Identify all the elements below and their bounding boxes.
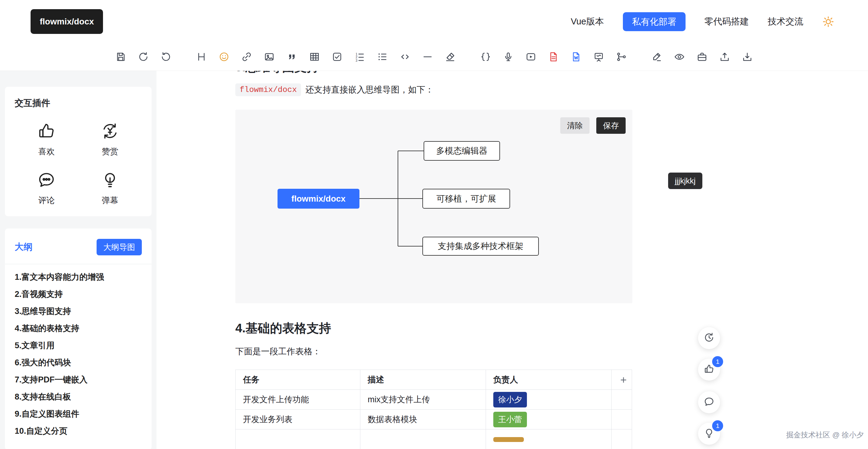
editor-content: 3.思维导图支持 flowmix/docx 还支持直接嵌入思维导图，如下： 清除… (156, 71, 868, 449)
plugin-comment[interactable]: 评论 (15, 170, 78, 206)
cell-owner-3[interactable] (486, 429, 612, 449)
owner-badge: 徐小夕 (493, 392, 527, 408)
plus-icon (619, 375, 628, 385)
save-icon[interactable] (115, 51, 127, 63)
mindmap-child-node-3[interactable]: 支持集成多种技术框架 (423, 237, 539, 256)
col-header-owner[interactable]: 负责人 (486, 370, 612, 390)
plugin-comment-label: 评论 (38, 195, 55, 206)
mindmap-child-node-2[interactable]: 可移植，可扩展 (423, 189, 510, 209)
signature-icon[interactable] (651, 51, 663, 63)
image-icon[interactable] (263, 51, 275, 63)
import-icon[interactable] (718, 51, 731, 63)
history-icon (704, 332, 715, 344)
plugin-reward-label: 赞赏 (102, 146, 118, 157)
nav-vue-version[interactable]: Vue版本 (570, 15, 604, 28)
outline-item-7[interactable]: 7.支持PDF一键嵌入 (15, 371, 142, 388)
idea-count-badge: 1 (712, 420, 723, 431)
word-icon[interactable] (570, 51, 582, 63)
mindmap-child-node-1[interactable]: 多模态编辑器 (424, 141, 500, 161)
inline-code-icon[interactable] (399, 51, 411, 63)
divider-icon[interactable] (422, 51, 434, 63)
cell-task-2[interactable]: 开发业务列表 (236, 410, 360, 429)
plugins-card: 交互插件 喜欢 赞赏 评论 (5, 87, 152, 216)
pdf-icon[interactable] (548, 51, 560, 63)
cell-desc-2[interactable]: 数据表格模块 (360, 410, 486, 429)
col-header-desc[interactable]: 描述 (360, 370, 486, 390)
outline-divider (5, 264, 152, 264)
outline-item-9[interactable]: 9.自定义图表组件 (15, 405, 142, 422)
mindmap-branch-icon[interactable] (615, 51, 627, 63)
heading-icon[interactable] (195, 51, 208, 63)
table-icon[interactable] (308, 51, 320, 63)
svg-text:3: 3 (356, 59, 358, 62)
voice-icon[interactable] (502, 51, 515, 63)
whiteboard-icon[interactable] (593, 51, 605, 63)
outline-item-4[interactable]: 4.基础的表格支持 (15, 320, 142, 337)
outline-item-6[interactable]: 6.强大的代码块 (15, 354, 142, 371)
private-deploy-button[interactable]: 私有化部署 (623, 12, 685, 31)
video-icon[interactable] (525, 51, 537, 63)
plugin-reward[interactable]: 赞赏 (78, 122, 142, 157)
code-block-icon[interactable] (479, 51, 492, 63)
editor-toolbar: 123 (0, 43, 868, 71)
col-header-task[interactable]: 任务 (236, 370, 360, 390)
cell-desc-1[interactable]: mix支持文件上传 (360, 390, 486, 410)
work-table: 任务 描述 负责人 开发文件上传功能 mix支持文件上传 徐小夕 开发业务列表 … (235, 370, 632, 449)
left-sidebar: 交互插件 喜欢 赞赏 评论 (0, 71, 156, 449)
emoji-icon[interactable] (218, 51, 230, 63)
lightbulb-icon (704, 428, 715, 440)
format-clear-icon[interactable] (444, 51, 456, 63)
cell-task-1[interactable]: 开发文件上传功能 (236, 390, 360, 410)
outline-title: 大纲 (15, 241, 32, 253)
table-row (236, 429, 632, 449)
preview-eye-icon[interactable] (673, 51, 685, 63)
like-icon (704, 363, 715, 376)
outline-item-8[interactable]: 8.支持在线白板 (15, 388, 142, 405)
thumbs-up-icon (37, 122, 56, 142)
like-fab-button[interactable]: 1 (698, 359, 720, 381)
comment-fab-button[interactable] (698, 391, 720, 413)
plugins-card-title: 交互插件 (15, 97, 142, 109)
mindmap-save-button[interactable]: 保存 (596, 117, 626, 134)
redo-icon[interactable] (160, 51, 172, 63)
outline-item-10[interactable]: 10.自定义分页 (15, 422, 142, 440)
nav-community[interactable]: 技术交流 (768, 15, 803, 28)
plugin-like[interactable]: 喜欢 (15, 122, 78, 157)
cell-owner-1[interactable]: 徐小夕 (486, 390, 612, 410)
undo-icon[interactable] (137, 51, 150, 63)
table-header-row: 任务 描述 负责人 (236, 370, 632, 390)
history-fab-button[interactable] (698, 327, 720, 349)
danmaku-icon (100, 170, 120, 191)
cell-task-3[interactable] (236, 429, 360, 449)
app-header: flowmix/docx Vue版本 私有化部署 零代码搭建 技术交流 (0, 0, 868, 43)
plugin-danmaku-label: 弹幕 (102, 195, 118, 206)
plugin-danmaku[interactable]: 弹幕 (78, 170, 142, 206)
link-icon[interactable] (241, 51, 253, 63)
comment-tooltip: jjjkjkkj (668, 172, 702, 189)
ordered-list-icon[interactable]: 123 (353, 51, 366, 63)
outline-list: 1.富文本内容能力的增强 2.音视频支持 3.思维导图支持 4.基础的表格支持 … (15, 268, 142, 440)
outline-item-2[interactable]: 2.音视频支持 (15, 286, 142, 303)
quote-icon[interactable] (286, 51, 298, 63)
outline-item-1[interactable]: 1.富文本内容能力的增强 (15, 268, 142, 286)
task-list-icon[interactable] (331, 51, 343, 63)
outline-map-button[interactable]: 大纲导图 (97, 239, 142, 255)
cell-owner-2[interactable]: 王小蕾 (486, 410, 612, 429)
outline-item-3[interactable]: 3.思维导图支持 (15, 303, 142, 320)
comment-icon (37, 170, 56, 191)
theme-sun-icon[interactable] (822, 15, 834, 28)
mindmap-root-node[interactable]: flowmix/docx (278, 189, 360, 209)
cell-desc-3[interactable] (360, 429, 486, 449)
nav-nocode[interactable]: 零代码搭建 (705, 15, 749, 28)
toolbox-icon[interactable] (696, 51, 708, 63)
owner-badge: 王小蕾 (493, 412, 527, 427)
table-row: 开发业务列表 数据表格模块 王小蕾 (236, 410, 632, 429)
export-icon[interactable] (741, 51, 753, 63)
add-column-button[interactable] (612, 370, 632, 390)
outline-item-5[interactable]: 5.文章引用 (15, 337, 142, 354)
idea-fab-button[interactable]: 1 (698, 423, 720, 445)
mindmap-clear-button[interactable]: 清除 (560, 117, 590, 134)
section4-heading: 4.基础的表格支持 (235, 320, 868, 336)
reward-icon (100, 122, 120, 142)
unordered-list-icon[interactable] (376, 51, 389, 63)
